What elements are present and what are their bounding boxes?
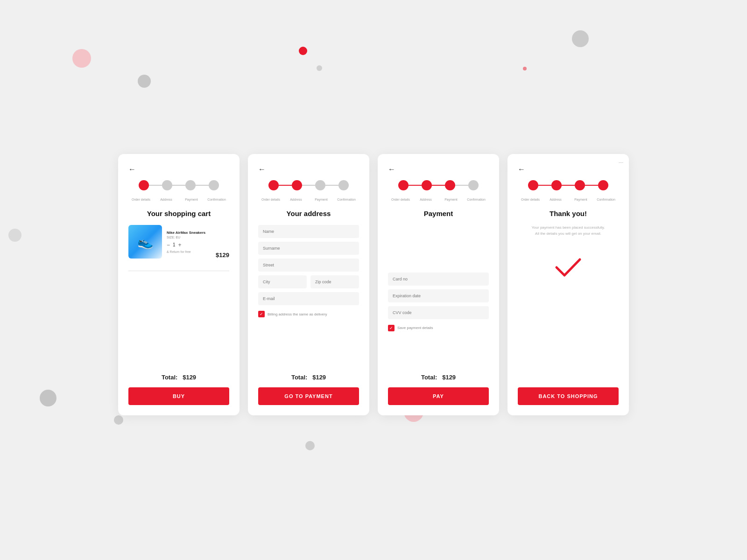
product-image: 👟 (128, 225, 162, 259)
expiry-input[interactable] (388, 289, 489, 302)
address-total-label: Total: (291, 374, 307, 381)
step-line-1-cart (149, 185, 162, 186)
decorative-dot-4 (138, 75, 151, 88)
stepper-cart (128, 180, 229, 190)
step-label-2-payment: Address (413, 198, 438, 201)
cart-divider (128, 271, 229, 271)
cart-total: Total: $129 (128, 374, 229, 381)
qty-decrease[interactable]: − (167, 242, 170, 248)
payment-total: Total: $129 (388, 374, 489, 381)
product-return: & Return for free (167, 250, 211, 253)
email-input[interactable] (258, 292, 359, 305)
step-1-address (268, 180, 279, 190)
checkmark-icon (518, 256, 619, 285)
product-row: 👟 Nike AirMax Sneakers SIZE: EU − 1 + & … (128, 225, 229, 259)
step-2-conf (551, 180, 562, 190)
confirmation-card: ← — Order details Address Payment Confir… (507, 154, 629, 415)
step-label-3-cart: Payment (179, 198, 204, 201)
step-label-2-address: Address (283, 198, 309, 201)
go-to-payment-button[interactable]: GO TO PAYMENT (258, 387, 359, 405)
billing-checkbox[interactable] (258, 311, 265, 317)
back-arrow-address[interactable]: ← (258, 165, 359, 174)
stepper-confirmation (518, 180, 619, 190)
payment-total-value: $129 (442, 374, 456, 381)
step-3-payment (445, 180, 455, 190)
step-label-2-cart: Address (154, 198, 179, 201)
qty-increase[interactable]: + (178, 242, 182, 248)
save-payment-checkbox[interactable] (388, 325, 395, 331)
product-image-inner: 👟 (128, 225, 162, 259)
payment-title: Payment (388, 210, 489, 217)
city-input[interactable] (258, 275, 307, 288)
cart-card: ← Order details Address Payment Confirma… (118, 154, 240, 415)
cart-total-value: $129 (183, 374, 196, 381)
step-label-1-cart: Order details (128, 198, 154, 201)
step-3-address (315, 180, 325, 190)
address-total: Total: $129 (258, 374, 359, 381)
product-price: $129 (216, 252, 229, 259)
decorative-dot-5 (317, 65, 322, 71)
step-line-2-payment (432, 185, 445, 186)
step-line-3-cart (196, 185, 209, 186)
name-input[interactable] (258, 225, 359, 238)
address-card: ← Order details Address Payment Confirma… (248, 154, 369, 415)
step-line-1-conf (538, 185, 551, 186)
billing-checkbox-label: Billing address the same as delivery (268, 312, 327, 316)
decorative-dot-2 (572, 30, 589, 47)
step-label-3-payment: Payment (438, 198, 464, 201)
step-label-3-address: Payment (309, 198, 334, 201)
step-4-conf (598, 180, 608, 190)
decorative-dot-8 (40, 390, 56, 406)
step-line-2-cart (172, 185, 185, 186)
back-arrow-payment[interactable]: ← (388, 165, 489, 174)
step-1-cart (139, 180, 149, 190)
decorative-dot-9 (114, 415, 123, 425)
step-1-payment (398, 180, 409, 190)
step-line-1-address (279, 185, 292, 186)
decorative-dot-1 (299, 47, 307, 55)
step-2-payment (422, 180, 432, 190)
decorative-dot-13 (305, 441, 315, 450)
step-line-2-address (302, 185, 315, 186)
step-label-4-conf: Confirmation (593, 198, 619, 201)
stepper-address (258, 180, 359, 190)
step-line-3-address (325, 185, 338, 186)
back-to-shopping-button[interactable]: BACK TO SHOPPING (518, 387, 619, 405)
street-input[interactable] (258, 259, 359, 272)
cvv-input[interactable] (388, 306, 489, 319)
stepper-payment (388, 180, 489, 190)
step-line-3-payment (455, 185, 468, 186)
decorative-dot-6 (8, 229, 21, 242)
quantity-control: − 1 + (167, 242, 211, 248)
address-title: Your address (258, 210, 359, 217)
decorative-dot-3 (523, 67, 527, 70)
back-arrow-confirmation[interactable]: ← (518, 165, 619, 174)
step-label-4-address: Confirmation (334, 198, 359, 201)
cardno-input[interactable] (388, 273, 489, 286)
step-label-4-cart: Confirmation (204, 198, 229, 201)
success-text: Your payment has been placed successfull… (518, 225, 619, 237)
save-payment-row: Save payment details (388, 325, 489, 331)
step-line-3-conf (585, 185, 598, 186)
step-label-1-address: Order details (258, 198, 283, 201)
surname-input[interactable] (258, 242, 359, 255)
step-label-1-conf: Order details (518, 198, 543, 201)
stepper-labels-cart: Order details Address Payment Confirmati… (128, 198, 229, 201)
step-4-cart (209, 180, 219, 190)
stepper-labels-payment: Order details Address Payment Confirmati… (388, 198, 489, 201)
decorative-dot-0 (72, 49, 91, 68)
step-3-cart (185, 180, 196, 190)
confirmation-title: Thank you! (518, 210, 619, 217)
step-1-conf (528, 180, 538, 190)
close-icon[interactable]: — (619, 160, 623, 165)
cart-total-label: Total: (162, 374, 177, 381)
pay-button[interactable]: PAY (388, 387, 489, 405)
back-arrow-cart[interactable]: ← (128, 165, 229, 174)
step-label-3-conf: Payment (568, 198, 593, 201)
qty-value: 1 (173, 242, 176, 247)
step-2-cart (162, 180, 172, 190)
stepper-labels-address: Order details Address Payment Confirmati… (258, 198, 359, 201)
zip-input[interactable] (310, 275, 359, 288)
buy-button[interactable]: BUY (128, 387, 229, 405)
step-label-2-conf: Address (543, 198, 568, 201)
